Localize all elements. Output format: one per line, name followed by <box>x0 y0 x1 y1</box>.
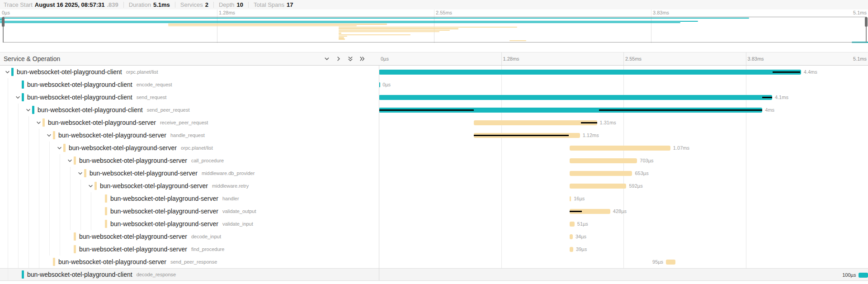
divider <box>213 2 214 8</box>
span-bar[interactable] <box>379 70 801 75</box>
ruler-tick-label: 0µs <box>381 56 389 62</box>
span-name-cell[interactable]: bun-websocket-otel-playground-clientsend… <box>0 104 379 116</box>
span-duration-label: 1.07ms <box>673 145 689 151</box>
service-name: bun-websocket-otel-playground-client <box>38 106 143 114</box>
span-bar[interactable] <box>570 222 575 227</box>
expand-chevron-icon[interactable] <box>5 69 11 75</box>
span-name-cell[interactable]: bun-websocket-otel-playground-serverhand… <box>0 129 379 142</box>
span-duration-label: 0µs <box>382 82 391 87</box>
operation-name: handler <box>222 196 239 201</box>
minimap-left-scrubber[interactable] <box>3 17 4 43</box>
expand-chevron-icon[interactable] <box>57 145 63 151</box>
span-bar[interactable] <box>570 247 573 252</box>
indent-guide <box>49 192 50 205</box>
span-bar[interactable] <box>859 273 868 278</box>
collapse-one-icon[interactable] <box>335 56 342 62</box>
span-name-cell[interactable]: bun-websocket-otel-playground-servercall… <box>0 154 379 167</box>
span-name-cell[interactable]: bun-websocket-otel-playground-serverorpc… <box>0 142 379 154</box>
trace-overview-minimap[interactable] <box>0 17 868 43</box>
span-duration-label: 34µs <box>576 234 586 239</box>
span-row: bun-websocket-otel-playground-serverhand… <box>0 192 868 205</box>
span-name-cell[interactable]: bun-websocket-otel-playground-clientdeco… <box>0 269 379 280</box>
span-bar[interactable] <box>570 196 571 201</box>
indent-guide <box>28 129 29 142</box>
expand-chevron-icon[interactable] <box>36 120 42 126</box>
service-color-chip <box>22 270 24 279</box>
span-bar[interactable] <box>570 184 627 189</box>
expand-chevron-icon[interactable] <box>46 133 53 138</box>
span-timeline-cell[interactable]: 653µs <box>379 167 868 180</box>
ruler-tick-line <box>623 52 624 65</box>
span-timeline-cell[interactable]: 34µs <box>379 230 868 243</box>
span-timeline-cell[interactable]: 1.12ms <box>379 129 868 142</box>
expand-chevron-icon[interactable] <box>15 95 22 100</box>
expand-chevron-icon[interactable] <box>88 183 94 189</box>
span-timeline-cell[interactable]: 51µs <box>379 218 868 230</box>
ruler-tick-line <box>217 9 217 17</box>
span-timeline-cell[interactable]: 4.1ms <box>379 91 868 104</box>
indent-guide <box>39 180 39 192</box>
minimap-right-scrubber[interactable] <box>866 17 867 43</box>
service-name: bun-websocket-otel-playground-server <box>48 119 156 126</box>
span-bar[interactable] <box>666 260 675 265</box>
critical-path-segment <box>474 135 569 136</box>
span-timeline-cell[interactable]: 428µs <box>379 205 868 218</box>
span-name-cell[interactable]: bun-websocket-otel-playground-serverhand… <box>0 192 379 205</box>
service-operation-title: Service & Operation <box>0 55 60 62</box>
indent-guide <box>8 256 8 268</box>
span-name-cell[interactable]: bun-websocket-otel-playground-serverrece… <box>0 116 379 129</box>
span-bar[interactable] <box>474 120 597 125</box>
indent-guide <box>28 218 29 230</box>
span-bar[interactable] <box>570 171 632 176</box>
minimap-right-scrubber-grip[interactable] <box>865 17 868 27</box>
indent-guide <box>8 104 8 116</box>
expand-all-icon[interactable] <box>347 56 354 62</box>
span-name-cell[interactable]: bun-websocket-otel-playground-servermidd… <box>0 167 379 180</box>
span-timeline-cell[interactable]: 95µs <box>379 256 868 268</box>
span-name-cell[interactable]: bun-websocket-otel-playground-serversend… <box>0 256 379 268</box>
span-bar[interactable] <box>570 158 637 163</box>
span-bar[interactable] <box>570 146 670 151</box>
span-name-cell[interactable]: bun-websocket-otel-playground-servervali… <box>0 218 379 230</box>
divider <box>248 2 249 8</box>
ruler-tick-label: 5.1ms <box>853 10 867 15</box>
indent-guide <box>28 154 29 167</box>
span-name-cell[interactable]: bun-websocket-otel-playground-serverdeco… <box>0 230 379 243</box>
column-resizer[interactable] <box>379 66 379 281</box>
span-row: bun-websocket-otel-playground-servervali… <box>0 218 868 230</box>
critical-path-segment <box>581 122 597 123</box>
span-name-cell[interactable]: bun-websocket-otel-playground-clientorpc… <box>0 66 379 78</box>
span-timeline-cell[interactable]: 0µs <box>379 78 868 91</box>
expand-chevron-icon[interactable] <box>77 170 84 176</box>
expand-chevron-icon[interactable] <box>67 158 74 164</box>
span-timeline-cell[interactable]: 1.07ms <box>379 142 868 154</box>
collapse-all-icon[interactable] <box>359 56 365 62</box>
span-timeline-cell[interactable]: 4.4ms <box>379 66 868 78</box>
expand-chevron-icon[interactable] <box>25 107 32 113</box>
indent-guide <box>28 116 29 129</box>
span-bar[interactable] <box>379 95 772 100</box>
span-timeline-cell[interactable]: 4ms <box>379 104 868 116</box>
span-timeline-cell[interactable]: 592µs <box>379 180 868 192</box>
ruler-tick-line <box>434 9 434 17</box>
span-duration-label: 4.1ms <box>775 95 788 100</box>
expand-one-icon[interactable] <box>324 56 330 62</box>
span-timeline-cell[interactable]: 16µs <box>379 192 868 205</box>
ruler-tick-label: 5.1ms <box>853 56 867 62</box>
span-name-cell[interactable]: bun-websocket-otel-playground-servervali… <box>0 205 379 218</box>
span-name-cell[interactable]: bun-websocket-otel-playground-clientsend… <box>0 91 379 104</box>
span-timeline-cell[interactable]: 703µs <box>379 154 868 167</box>
span-timeline-cell[interactable]: 1.31ms <box>379 116 868 129</box>
span-duration-label: 4.4ms <box>804 69 817 75</box>
indent-guide <box>49 142 50 154</box>
span-bar[interactable] <box>570 234 573 239</box>
indent-guide <box>28 167 29 180</box>
span-name-cell[interactable]: bun-websocket-otel-playground-serverfind… <box>0 243 379 256</box>
minimap-left-scrubber-grip[interactable] <box>2 17 5 27</box>
span-timeline-cell[interactable]: 100µs <box>379 269 868 280</box>
minimap-viewport[interactable] <box>3 17 867 43</box>
span-name-cell[interactable]: bun-websocket-otel-playground-servermidd… <box>0 180 379 192</box>
span-name-cell[interactable]: bun-websocket-otel-playground-clientenco… <box>0 78 379 91</box>
ruler-tick-label: 2.55ms <box>436 10 452 15</box>
span-timeline-cell[interactable]: 39µs <box>379 243 868 256</box>
